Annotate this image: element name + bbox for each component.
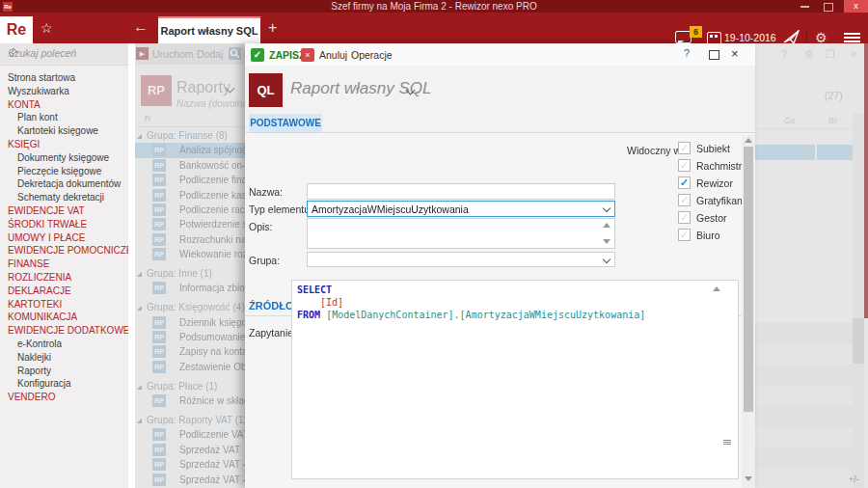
- sidebar-item[interactable]: ŚRODKI TRWAŁE: [0, 218, 128, 231]
- reports-module-badge: RP: [141, 75, 172, 106]
- bg-close-icon: ×: [851, 48, 856, 60]
- report-type-badge: RP: [152, 248, 166, 260]
- report-type-badge: RP: [152, 282, 166, 294]
- sql-line-2: [Id]: [297, 296, 733, 309]
- sidebar-item[interactable]: Pieczęcie księgowe: [0, 165, 128, 178]
- run-button[interactable]: Uruchom: [152, 48, 194, 60]
- reports-panel-title[interactable]: Raporty: [176, 79, 231, 96]
- sidebar-item[interactable]: Konfiguracja: [0, 377, 128, 391]
- sidebar-item[interactable]: Dekretacja dokumentów: [0, 177, 128, 191]
- checkbox-label: Rewizor: [696, 177, 733, 189]
- dialog-toolbar: ✓ ZAPISZ × Anuluj Operacje ? ×: [245, 43, 755, 67]
- current-date[interactable]: 19-10-2016: [724, 32, 776, 43]
- sidebar-item[interactable]: ROZLICZENIA: [0, 271, 128, 285]
- dialog-scroll-down-icon[interactable]: [745, 476, 752, 481]
- report-type-badge: RP: [152, 316, 166, 329]
- cancel-x-icon[interactable]: ×: [301, 48, 314, 62]
- group-select[interactable]: [307, 252, 615, 267]
- collapse-triangle-icon[interactable]: [137, 419, 142, 423]
- report-filter-input[interactable]: Nazwa (dowolna): [176, 98, 251, 109]
- unchecked-checkbox-icon[interactable]: ✓: [678, 211, 691, 224]
- new-tab-icon[interactable]: +: [268, 20, 277, 36]
- sidebar-item[interactable]: Wyszukiwarka: [0, 85, 128, 98]
- tab-podstawowe[interactable]: PODSTAWOWE: [249, 114, 322, 132]
- favorites-star-icon[interactable]: ☆: [41, 20, 53, 36]
- sidebar-item[interactable]: UMOWY I PŁACE: [0, 231, 128, 245]
- description-label: Opis:: [249, 221, 273, 232]
- type-select[interactable]: AmortyzacjaWMiejscuUzytkowania: [307, 201, 615, 217]
- dialog-maximize-icon[interactable]: [709, 50, 719, 60]
- unchecked-checkbox-icon[interactable]: ✓: [678, 229, 691, 241]
- minimize-icon[interactable]: [800, 6, 809, 8]
- scroll-down-icon[interactable]: [603, 239, 610, 244]
- sidebar-item[interactable]: Dokumenty księgowe: [0, 151, 128, 165]
- dialog-scroll-up-icon[interactable]: [745, 138, 752, 143]
- description-textarea[interactable]: [307, 218, 615, 249]
- unchecked-checkbox-icon[interactable]: ✓: [678, 142, 691, 154]
- add-button[interactable]: Dodaj: [197, 48, 223, 60]
- ql-badge: QL: [249, 73, 283, 107]
- operations-menu[interactable]: Operacje: [351, 48, 393, 62]
- cancel-button[interactable]: Anuluj: [319, 48, 347, 62]
- sql-line-3: FROM [ModelDanychContainer].[Amortyzacja…: [297, 309, 733, 321]
- checkbox-label: Gratyfikant: [696, 195, 746, 206]
- collapse-triangle-icon[interactable]: [137, 306, 142, 311]
- sidebar-item[interactable]: KONTA: [0, 98, 128, 112]
- sidebar-item[interactable]: EWIDENCJE POMOCNICZE: [0, 244, 128, 258]
- save-check-icon[interactable]: ✓: [251, 48, 264, 62]
- sidebar-item[interactable]: Strona startowa: [0, 71, 128, 85]
- sidebar-item[interactable]: Plan kont: [0, 111, 128, 124]
- command-search-input[interactable]: Szukaj poleceń: [0, 43, 128, 66]
- restore-icon[interactable]: [824, 3, 833, 12]
- name-input[interactable]: [307, 183, 615, 200]
- report-type-badge: RP: [152, 233, 166, 246]
- back-arrow-icon[interactable]: ←: [133, 18, 149, 36]
- visibility-row-gestor: ✓Gestor: [678, 211, 794, 225]
- active-tab-raport-wlasny-sql[interactable]: Raport własny SQL: [158, 16, 260, 45]
- sidebar-item[interactable]: EWIDENCJE VAT: [0, 204, 128, 218]
- sidebar-item[interactable]: Raporty: [0, 365, 128, 378]
- bg-grid-row: [755, 447, 853, 469]
- type-value: AmortyzacjaWMiejscuUzytkowania: [312, 203, 469, 217]
- report-type-badge: RP: [152, 144, 166, 156]
- pin-icon[interactable]: [8, 47, 121, 58]
- checked-checkbox-icon[interactable]: ✓: [678, 176, 691, 189]
- app-logo[interactable]: Re: [0, 16, 33, 43]
- run-icon[interactable]: ▶: [136, 47, 149, 60]
- dialog-scrollbar-thumb[interactable]: [744, 147, 753, 412]
- save-button[interactable]: ZAPISZ: [269, 48, 305, 62]
- sql-scroll-up-icon[interactable]: [713, 286, 720, 291]
- sidebar-item[interactable]: KOMUNIKACJA: [0, 311, 128, 324]
- sidebar-item[interactable]: KARTOTEKI: [0, 298, 128, 312]
- resize-grip-icon[interactable]: [723, 440, 731, 446]
- dialog-header: QL Raport własny SQL: [245, 66, 755, 112]
- sql-query-editor[interactable]: SELECT [Id] FROM [ModelDanychContainer].…: [291, 280, 739, 479]
- sidebar-item[interactable]: FINANSE: [0, 258, 128, 271]
- hamburger-menu-icon[interactable]: [844, 33, 860, 43]
- scroll-up-icon[interactable]: [603, 223, 610, 228]
- sidebar-item[interactable]: e-Kontrola: [0, 338, 128, 351]
- report-type-badge: RP: [152, 345, 166, 358]
- unchecked-checkbox-icon[interactable]: ✓: [678, 194, 691, 206]
- bg-grid-row: [755, 386, 853, 407]
- sidebar-item[interactable]: Schematy dekretacji: [0, 191, 128, 204]
- visibility-row-gratyfikant: ✓Gratyfikant: [678, 194, 794, 207]
- collapse-triangle-icon[interactable]: [137, 134, 142, 139]
- collapse-triangle-icon[interactable]: [137, 385, 142, 390]
- sidebar-item[interactable]: Kartoteki księgowe: [0, 124, 128, 138]
- sidebar-item[interactable]: VENDERO: [0, 391, 128, 404]
- sidebar-item[interactable]: KSIĘGI: [0, 138, 128, 151]
- bg-grid-row: [755, 406, 853, 427]
- send-icon[interactable]: [783, 30, 800, 44]
- sidebar-item[interactable]: EWIDENCJE DODATKOWE: [0, 324, 128, 338]
- notification-badge: 6: [690, 26, 702, 38]
- collapse-triangle-icon[interactable]: [137, 272, 142, 277]
- sidebar-item[interactable]: Naklejki: [0, 351, 128, 365]
- sidebar-item[interactable]: DEKLARACJE: [0, 285, 128, 298]
- dialog-help-icon[interactable]: ?: [684, 47, 690, 59]
- dialog-close-icon[interactable]: ×: [731, 46, 739, 61]
- close-icon[interactable]: x: [844, 0, 868, 13]
- search-icon[interactable]: [229, 47, 241, 60]
- ribbon-bar: Re ☆ ← Raport własny SQL + 6 19-10-2016 …: [0, 13, 868, 43]
- unchecked-checkbox-icon[interactable]: ✓: [678, 159, 691, 172]
